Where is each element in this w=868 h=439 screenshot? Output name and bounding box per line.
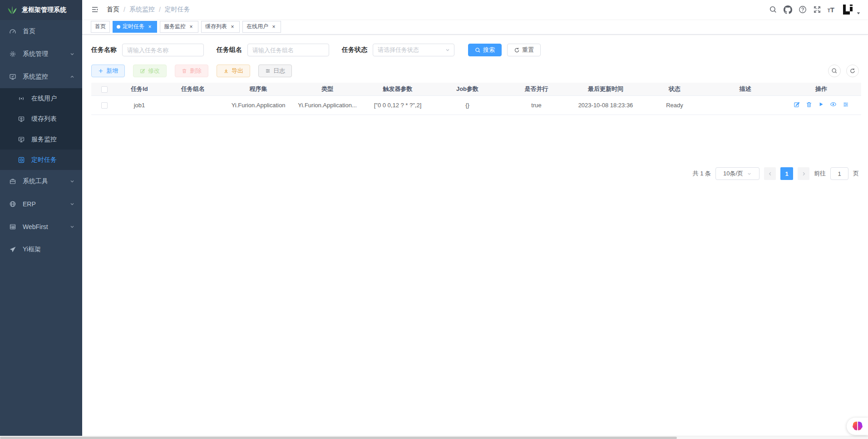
chevron-down-icon: [69, 179, 75, 184]
sidebar-item-scheduled-tasks[interactable]: 定时任务: [0, 150, 82, 170]
col-concurrent: 是否并行: [502, 83, 571, 95]
export-button-label: 导出: [232, 67, 243, 75]
sidebar-item-service-monitor[interactable]: 服务监控: [0, 129, 82, 150]
tab-label: 服务监控: [164, 23, 186, 30]
close-icon[interactable]: ×: [229, 24, 236, 30]
tab-cache-list[interactable]: 缓存列表 ×: [201, 21, 240, 33]
table-row[interactable]: job1 Yi.Furion.Application Yi.Furion.App…: [91, 95, 861, 115]
sidebar-item-label: 定时任务: [31, 156, 57, 164]
menu-fold-icon[interactable]: [91, 6, 99, 13]
table-toolbar: 新增 修改 删除: [91, 65, 859, 77]
sidebar-item-system-mgmt[interactable]: 系统管理: [0, 43, 82, 65]
close-icon[interactable]: ×: [147, 24, 153, 30]
app-title: 意框架管理系统: [22, 6, 66, 14]
page-size-select[interactable]: 10条/页: [715, 167, 760, 180]
tab-service-monitor[interactable]: 服务监控 ×: [160, 21, 198, 33]
avatar: [841, 3, 854, 16]
task-status-select[interactable]: 请选择任务状态: [373, 44, 454, 56]
task-status-label: 任务状态: [342, 46, 367, 54]
cell-task-group: [162, 95, 224, 115]
cell-status: Ready: [640, 95, 709, 115]
row-delete-icon[interactable]: [806, 101, 812, 108]
tab-label: 缓存列表: [205, 23, 227, 30]
sidebar-item-label: 首页: [23, 27, 35, 35]
font-size-icon[interactable]: TT: [828, 6, 834, 13]
top-navbar: 首页 / 系统监控 / 定时任务: [82, 0, 868, 19]
sidebar: 意框架管理系统 首页 系统管理: [0, 0, 82, 439]
delete-button[interactable]: 删除: [175, 65, 208, 77]
sidebar-item-erp[interactable]: ERP: [0, 193, 82, 215]
chevron-down-icon: [747, 171, 752, 176]
navbar-actions: TT: [769, 3, 861, 16]
broadcast-icon: [18, 95, 25, 102]
sliders-icon: [265, 68, 271, 74]
sidebar-item-online-users[interactable]: 在线用户: [0, 88, 82, 109]
filter-form: 任务名称 任务组名 任务状态 请选择任务状态: [91, 44, 859, 56]
cell-concurrent: true: [502, 95, 571, 115]
horizontal-scrollbar[interactable]: [0, 436, 868, 439]
caret-down-icon: [856, 11, 861, 16]
task-name-input[interactable]: [122, 44, 204, 56]
cell-trigger-params: ["0 0 0,12 ? * ?",2]: [362, 95, 433, 115]
log-button[interactable]: 日志: [258, 65, 292, 77]
row-run-icon[interactable]: [818, 101, 824, 107]
add-button[interactable]: 新增: [91, 65, 125, 77]
fullscreen-icon[interactable]: [813, 5, 821, 14]
scrollbar-thumb[interactable]: [0, 437, 677, 439]
filter-task-name: 任务名称: [91, 44, 204, 56]
task-group-input[interactable]: [247, 44, 329, 56]
tab-scheduled-tasks[interactable]: 定时任务 ×: [113, 21, 157, 33]
breadcrumb-system-monitor: 系统监控: [129, 5, 155, 14]
brain-icon: [852, 421, 863, 432]
prev-page-button[interactable]: [764, 167, 776, 180]
page-number-1[interactable]: 1: [780, 167, 793, 180]
page-size-value: 10条/页: [723, 170, 743, 178]
select-placeholder: 请选择任务状态: [378, 46, 419, 54]
help-icon[interactable]: [799, 5, 807, 14]
export-button[interactable]: 导出: [217, 65, 250, 77]
filter-task-group: 任务组名: [217, 44, 329, 56]
search-icon[interactable]: [769, 5, 777, 14]
next-page-button[interactable]: [798, 167, 809, 180]
select-all-checkbox[interactable]: [101, 86, 108, 93]
breadcrumb-home[interactable]: 首页: [107, 5, 119, 14]
col-actions: 操作: [781, 83, 861, 95]
gear-icon: [9, 50, 16, 58]
sidebar-item-system-monitor[interactable]: 系统监控: [0, 65, 82, 88]
show-search-toggle-button[interactable]: [828, 65, 841, 77]
sidebar-item-system-tools[interactable]: 系统工具: [0, 170, 82, 193]
edit-button[interactable]: 修改: [133, 65, 167, 77]
col-task-id: 任务Id: [117, 83, 162, 95]
refresh-table-button[interactable]: [846, 65, 859, 77]
active-dot: [117, 25, 120, 29]
goto-page-input[interactable]: [830, 167, 848, 180]
cell-last-update: 2023-10-08 18:23:36: [571, 95, 640, 115]
row-edit-icon[interactable]: [794, 101, 800, 108]
user-menu[interactable]: [841, 3, 861, 16]
sidebar-item-webfirst[interactable]: WebFirst: [0, 215, 82, 238]
close-icon[interactable]: ×: [188, 24, 194, 30]
sidebar-item-cache-list[interactable]: 缓存列表: [0, 109, 82, 129]
search-button[interactable]: 搜索: [468, 44, 502, 56]
tab-home[interactable]: 首页: [91, 21, 110, 33]
sidebar-item-label: 缓存列表: [31, 115, 57, 123]
log-button-label: 日志: [273, 67, 285, 75]
sidebar-item-home[interactable]: 首页: [0, 20, 82, 43]
tab-online-users[interactable]: 在线用户 ×: [242, 21, 281, 33]
sidebar-submenu-monitor: 在线用户 缓存列表: [0, 88, 82, 170]
close-icon[interactable]: ×: [271, 24, 277, 30]
github-icon[interactable]: [784, 5, 792, 14]
sidebar-item-label: 系统工具: [23, 177, 48, 185]
extension-fab[interactable]: [847, 418, 868, 435]
cell-type: Yi.Furion.Application...: [292, 95, 362, 115]
main-area: 首页 / 系统监控 / 定时任务: [82, 0, 868, 439]
sidebar-item-label: Yi框架: [23, 245, 41, 254]
reset-button[interactable]: 重置: [507, 44, 541, 56]
row-checkbox[interactable]: [101, 102, 108, 109]
app-logo[interactable]: 意框架管理系统: [0, 0, 82, 20]
row-log-icon[interactable]: [843, 101, 849, 108]
sidebar-item-yi-framework[interactable]: Yi框架: [0, 238, 82, 261]
row-view-icon[interactable]: [830, 101, 837, 108]
task-group-label: 任务组名: [217, 46, 242, 54]
cell-task-id: job1: [117, 95, 162, 115]
